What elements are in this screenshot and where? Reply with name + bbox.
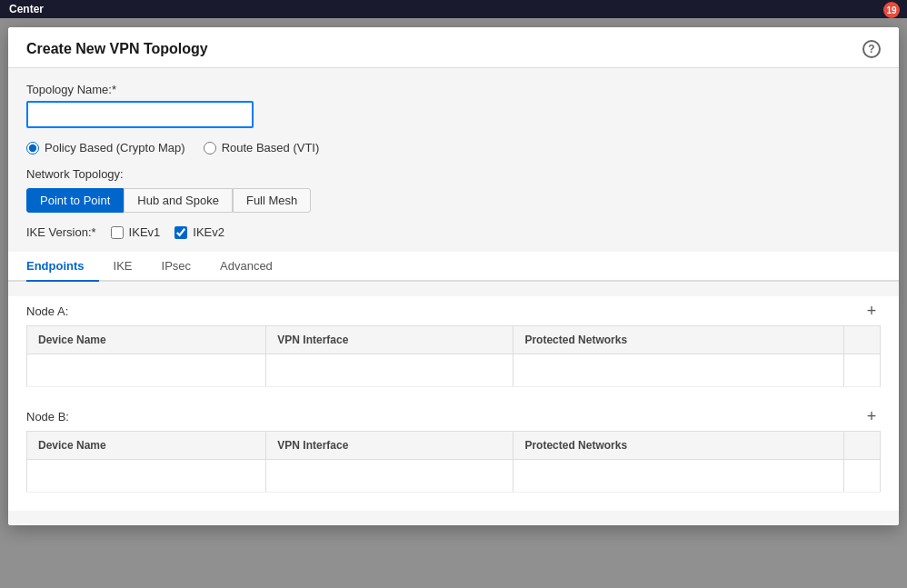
point-to-point-button[interactable]: Point to Point xyxy=(26,188,124,213)
node-a-add-icon[interactable]: + xyxy=(862,302,881,320)
node-a-table: Device Name VPN Interface Protected Netw… xyxy=(26,325,881,387)
node-b-empty-vpn xyxy=(266,460,513,493)
node-b-empty-device xyxy=(27,460,266,493)
tab-advanced[interactable]: Advanced xyxy=(220,252,287,282)
policy-based-label: Policy Based (Crypto Map) xyxy=(45,141,185,154)
topology-name-input[interactable] xyxy=(26,101,254,128)
topology-button-group: Point to Point Hub and Spoke Full Mesh xyxy=(26,188,881,213)
node-b-col-device: Device Name xyxy=(27,432,266,460)
tab-endpoints[interactable]: Endpoints xyxy=(26,252,99,282)
ikev1-checkbox-label[interactable]: IKEv1 xyxy=(111,225,161,239)
tab-ipsec[interactable]: IPsec xyxy=(162,252,206,282)
network-topology-label: Network Topology: xyxy=(26,167,881,181)
policy-based-radio[interactable]: Policy Based (Crypto Map) xyxy=(26,141,185,154)
node-b-col-vpn: VPN Interface xyxy=(266,432,513,460)
help-icon[interactable]: ? xyxy=(862,40,881,58)
node-a-empty-vpn xyxy=(266,354,513,387)
node-b-table: Device Name VPN Interface Protected Netw… xyxy=(26,431,881,493)
ikev2-checkbox-label[interactable]: IKEv2 xyxy=(174,225,224,239)
tab-ike[interactable]: IKE xyxy=(114,252,147,282)
node-a-empty-device xyxy=(27,354,266,387)
node-b-add-icon[interactable]: + xyxy=(862,407,881,425)
node-b-empty-networks xyxy=(513,460,844,493)
ike-version-label: IKE Version:* xyxy=(26,225,96,239)
ike-version-row: IKE Version:* IKEv1 IKEv2 xyxy=(26,225,881,239)
node-b-header-row: Device Name VPN Interface Protected Netw… xyxy=(27,432,881,460)
node-a-col-actions xyxy=(844,326,881,354)
node-b-col-actions xyxy=(844,432,881,460)
node-a-col-vpn: VPN Interface xyxy=(266,326,513,354)
node-b-empty-row xyxy=(27,460,881,493)
node-a-col-device: Device Name xyxy=(27,326,266,354)
node-a-section: Node A: + Device Name VPN Interface Prot… xyxy=(26,296,881,387)
policy-based-radio-input[interactable] xyxy=(26,142,39,154)
node-a-header-row: Device Name VPN Interface Protected Netw… xyxy=(27,326,881,354)
notification-badge[interactable]: 19 xyxy=(883,2,900,18)
node-b-title: Node B: xyxy=(26,410,69,424)
app-title: Center xyxy=(9,3,44,15)
node-a-title: Node A: xyxy=(26,304,68,318)
ikev1-label: IKEv1 xyxy=(129,225,161,239)
node-a-empty-networks xyxy=(513,354,844,387)
node-b-section: Node B: + Device Name VPN Interface Prot… xyxy=(26,402,881,493)
modal-title: Create New VPN Topology xyxy=(26,41,208,57)
ikev2-label: IKEv2 xyxy=(193,225,224,239)
node-a-empty-actions xyxy=(844,354,881,387)
node-b-empty-actions xyxy=(844,460,881,493)
route-based-label: Route Based (VTI) xyxy=(222,141,320,154)
route-based-radio-input[interactable] xyxy=(204,142,216,154)
topology-name-label: Topology Name:* xyxy=(26,83,881,96)
vpn-type-group: Policy Based (Crypto Map) Route Based (V… xyxy=(26,141,881,154)
ikev2-checkbox[interactable] xyxy=(174,226,187,239)
node-a-empty-row xyxy=(27,354,881,387)
route-based-radio[interactable]: Route Based (VTI) xyxy=(204,141,320,154)
node-a-col-networks: Protected Networks xyxy=(513,326,844,354)
hub-and-spoke-button[interactable]: Hub and Spoke xyxy=(124,188,233,213)
ikev1-checkbox[interactable] xyxy=(111,226,124,239)
tabs-bar: Endpoints IKE IPsec Advanced xyxy=(8,252,899,282)
full-mesh-button[interactable]: Full Mesh xyxy=(233,188,311,213)
node-b-col-networks: Protected Networks xyxy=(513,432,844,460)
